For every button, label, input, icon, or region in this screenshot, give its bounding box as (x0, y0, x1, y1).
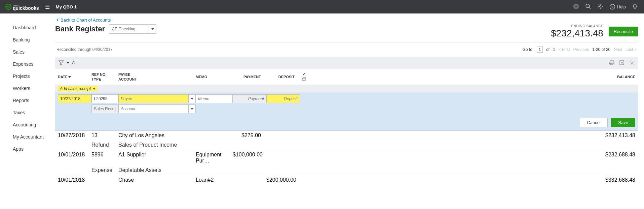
account-select[interactable]: AE Checking (109, 24, 156, 34)
edit-date-input[interactable] (58, 94, 91, 103)
sidebar-item-projects[interactable]: Projects (0, 70, 55, 82)
check-icon: ✓ (303, 72, 306, 77)
of-label: of (546, 47, 550, 52)
col-date[interactable]: DATE (58, 75, 68, 79)
table-header: DATE REF NO. TYPE PAYEE ACCOUNT MEMO PAY… (55, 69, 638, 85)
pager-prev[interactable]: Previous (573, 47, 589, 52)
sidebar-item-sales[interactable]: Sales (0, 46, 55, 58)
sidebar-item-taxes[interactable]: Taxes (0, 107, 55, 119)
gear-icon[interactable] (597, 3, 603, 10)
brand-big: quickbooks (13, 7, 39, 10)
sidebar-item-apps[interactable]: Apps (0, 143, 55, 155)
table-row[interactable]: 10/01/2018 5896 A1 Supplier Equipment Pu… (55, 150, 638, 175)
edit-ref-input[interactable] (91, 94, 118, 103)
chevron-left-icon (56, 18, 59, 22)
svg-rect-11 (303, 78, 306, 80)
reconcile-button[interactable]: Reconcile (609, 27, 638, 36)
goto-input[interactable] (537, 47, 543, 53)
edit-payment-input (233, 94, 266, 103)
filter-all[interactable]: All (72, 60, 76, 65)
qb-mark-icon: qb (5, 4, 11, 10)
edit-deposit-input[interactable] (266, 94, 300, 103)
account-dropdown-button[interactable] (188, 104, 196, 113)
company-name: My QBO 1 (56, 4, 77, 9)
back-link[interactable]: Back to Chart of Accounts (56, 18, 111, 23)
col-payment: PAYMENT (243, 75, 261, 79)
svg-rect-10 (302, 78, 305, 81)
settings-icon[interactable] (629, 60, 635, 65)
total-pages: 1 (553, 47, 555, 52)
table-row[interactable]: 10/01/2018 Chase Loan#2 $200,000.00 $332… (55, 175, 638, 185)
help-button[interactable]: ? Help (609, 4, 626, 10)
col-payee: PAYEE (118, 72, 190, 77)
hamburger-icon[interactable]: ☰ (45, 4, 50, 10)
col-balance: BALANCE (617, 75, 635, 79)
svg-point-1 (586, 4, 590, 8)
reconciled-through: Reconciled through 04/30/2017 (56, 47, 113, 52)
chevron-down-icon (93, 88, 96, 90)
bell-icon[interactable] (632, 3, 638, 10)
col-memo: MEMO (196, 75, 227, 79)
sidebar: Dashboard Banking Sales Expenses Project… (0, 13, 55, 209)
chevron-down-icon (149, 25, 156, 33)
svg-point-9 (631, 62, 633, 64)
top-bar: qb intuit quickbooks ☰ My QBO 1 ? Help (0, 0, 644, 13)
page-title: Bank Register (55, 25, 105, 33)
col-account: ACCOUNT (118, 77, 190, 81)
sidebar-item-dashboard[interactable]: Dashboard (0, 22, 55, 34)
edit-payee-input[interactable] (118, 94, 188, 103)
edit-row: Cancel Save (55, 92, 638, 131)
print-icon[interactable] (609, 60, 614, 65)
sidebar-item-banking[interactable]: Banking (0, 34, 55, 46)
batch-icon[interactable] (302, 77, 306, 81)
pager-next[interactable]: Next (614, 47, 622, 52)
svg-text:?: ? (612, 5, 614, 9)
col-deposit: DEPOSIT (278, 75, 295, 79)
sidebar-item-expenses[interactable]: Expenses (0, 58, 55, 70)
brand-small: intuit (13, 4, 39, 7)
add-icon[interactable] (573, 3, 579, 10)
funnel-icon[interactable] (59, 60, 64, 65)
svg-point-2 (600, 5, 601, 7)
edit-account-input[interactable] (118, 104, 188, 113)
help-label: Help (617, 4, 626, 9)
edit-type-field (91, 104, 118, 113)
save-button[interactable]: Save (611, 118, 635, 127)
pager-first[interactable]: < First (559, 47, 570, 52)
sidebar-item-workers[interactable]: Workers (0, 82, 55, 94)
payee-dropdown-button[interactable] (188, 94, 196, 103)
table-row[interactable]: 10/27/2018 13 City of Los Angeles $275.0… (55, 131, 638, 150)
svg-rect-5 (610, 61, 613, 62)
sort-caret-icon (68, 76, 71, 78)
ending-balance-label: ENDING BALANCE (551, 24, 603, 28)
sidebar-item-reports[interactable]: Reports (0, 94, 55, 107)
filter-caret-icon[interactable] (67, 62, 69, 64)
cancel-button[interactable]: Cancel (580, 118, 607, 127)
add-row: Add sales receipt (55, 85, 638, 92)
pager-last[interactable]: Last > (626, 47, 637, 52)
export-icon[interactable] (619, 60, 624, 65)
pager: Go to: of 1 < First Previous 1-20 of 20 … (522, 47, 637, 53)
sidebar-item-accounting[interactable]: Accounting (0, 119, 55, 131)
goto-label: Go to: (522, 47, 533, 52)
edit-memo-input[interactable] (196, 94, 233, 103)
qb-logo: qb intuit quickbooks (5, 4, 39, 10)
col-type: TYPE (91, 77, 113, 81)
sidebar-item-my-accountant[interactable]: My Accountant (0, 131, 55, 143)
ending-balance-value: $232,413.48 (551, 28, 603, 39)
add-sales-receipt[interactable]: Add sales receipt (58, 86, 98, 91)
pager-range: 1-20 of 20 (592, 47, 610, 52)
search-icon[interactable] (585, 3, 591, 10)
col-ref: REF NO. (91, 72, 113, 77)
